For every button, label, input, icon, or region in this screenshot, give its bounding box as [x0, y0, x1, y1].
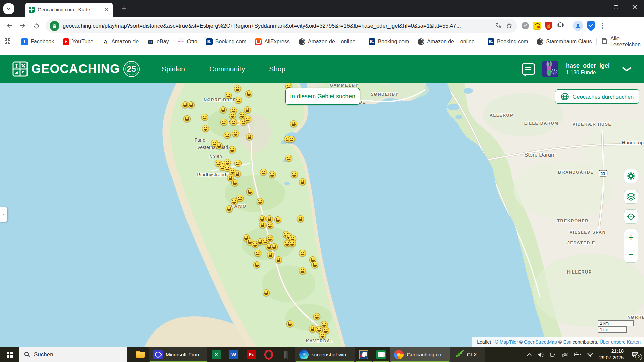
taskbar-app-clx[interactable]: CLX... [450, 347, 485, 362]
reload-button[interactable] [30, 19, 43, 33]
geocache-smiley-marker[interactable] [187, 101, 195, 108]
map-locate-button[interactable] [624, 209, 638, 224]
geocache-smiley-marker[interactable] [257, 198, 264, 205]
translate-icon[interactable] [495, 22, 502, 29]
account-chevron-icon[interactable] [622, 67, 631, 71]
geocache-smiley-marker[interactable] [260, 169, 267, 176]
yellow-extension-icon[interactable] [533, 22, 541, 30]
geocache-smiley-marker[interactable] [224, 132, 231, 139]
tray-chevron-up-icon[interactable] [527, 353, 532, 356]
geocache-smiley-marker[interactable] [201, 114, 208, 121]
back-button[interactable] [3, 19, 16, 33]
geocaching-logo[interactable]: GEOCACHING 25 [12, 61, 140, 77]
lock-icon[interactable] [50, 21, 59, 31]
map-settings-button[interactable] [624, 169, 638, 183]
geocache-smiley-marker[interactable] [313, 313, 320, 320]
geocache-smiley-marker[interactable] [290, 120, 297, 127]
url-bar[interactable]: geocaching.com/play/map?sort=distance&as… [46, 19, 517, 33]
tab-search-button[interactable] [3, 3, 14, 14]
geocache-smiley-marker[interactable] [230, 119, 237, 126]
browser-tab[interactable]: Geocaching.com - Karte ✕ [25, 3, 113, 17]
geocache-smiley-marker[interactable] [297, 215, 304, 222]
zoom-in-button[interactable]: + [624, 229, 638, 246]
adblock-shield-icon[interactable]: 🔓 [545, 22, 552, 30]
taskbar-app-frontpage[interactable]: Microsoft Fron... [149, 347, 207, 362]
geocache-smiley-marker[interactable] [274, 216, 281, 223]
geocache-smiley-marker[interactable] [183, 115, 191, 122]
onedrive-icon[interactable] [561, 352, 568, 357]
bookmark-item[interactable]: eBay [147, 38, 169, 45]
geocache-smiley-marker[interactable] [289, 240, 296, 247]
geocache-smiley-marker[interactable] [263, 289, 270, 296]
search-this-area-button[interactable]: In diesem Gebiet suchen [285, 88, 360, 105]
start-button[interactable] [0, 347, 19, 362]
geocache-smiley-marker[interactable] [202, 125, 209, 132]
apps-grid-icon[interactable] [5, 38, 10, 45]
geocache-smiley-marker[interactable] [299, 267, 306, 274]
bookmark-item[interactable]: B.Booking com [369, 38, 409, 45]
geocache-smiley-marker[interactable] [235, 97, 242, 104]
geocache-smiley-marker[interactable] [232, 130, 239, 137]
geocache-smiley-marker[interactable] [234, 170, 241, 177]
bookmark-item[interactable]: ottoOtto [178, 38, 197, 45]
geocache-smiley-marker[interactable] [231, 179, 238, 186]
taskbar-app-edge[interactable]: screenshot win... [295, 347, 355, 362]
extensions-puzzle-icon[interactable] [556, 22, 565, 30]
bookmark-item[interactable]: fFacebook [21, 38, 54, 45]
sidebar-expander[interactable]: › [0, 207, 7, 222]
new-tab-button[interactable]: + [120, 5, 128, 13]
geocache-smiley-marker[interactable] [220, 119, 227, 126]
bookmark-item[interactable]: YouTube [63, 38, 93, 45]
geocache-smiley-marker[interactable] [271, 243, 278, 250]
notification-center[interactable]: 2 [629, 350, 641, 360]
attribution-link[interactable]: OpenStreetMap [524, 339, 557, 345]
geocache-smiley-marker[interactable] [229, 112, 236, 119]
geocache-smiley-marker[interactable] [246, 133, 253, 140]
attribution-link[interactable]: MapTiler [500, 339, 518, 345]
geocache-smiley-marker[interactable] [226, 205, 233, 213]
attribution-link[interactable]: Über unsere Karten [600, 339, 641, 345]
geocache-smiley-marker[interactable] [216, 142, 223, 149]
close-button[interactable] [625, 0, 644, 14]
geocache-smiley-marker[interactable] [288, 136, 295, 143]
all-bookmarks-label[interactable]: Alle Lesezeichen [610, 36, 642, 48]
geocache-smiley-marker[interactable] [253, 261, 260, 268]
messages-icon[interactable] [522, 63, 535, 75]
geocache-smiley-marker[interactable] [275, 256, 282, 263]
meet-now-icon[interactable] [550, 352, 556, 357]
bookmark-item[interactable]: Amazon.de – online... [418, 38, 479, 45]
seal-check-icon[interactable] [522, 22, 529, 29]
geocache-smiley-marker[interactable] [266, 215, 273, 222]
profile-avatar[interactable] [573, 21, 583, 31]
geocache-smiley-marker[interactable] [229, 146, 236, 153]
geocache-smiley-marker[interactable] [266, 235, 273, 242]
taskbar-app-explorer[interactable] [131, 347, 149, 362]
geocache-smiley-marker[interactable] [231, 198, 238, 205]
geocache-smiley-marker[interactable] [244, 116, 251, 123]
browser-menu-icon[interactable] [599, 21, 606, 30]
geocache-smiley-marker[interactable] [319, 332, 326, 339]
nav-shop[interactable]: Shop [269, 65, 285, 73]
geocache-smiley-marker[interactable] [220, 106, 227, 113]
geocache-smiley-marker[interactable] [246, 188, 253, 195]
geocache-smiley-marker[interactable] [234, 85, 241, 92]
geocache-smiley-marker[interactable] [311, 261, 318, 268]
bookmark-item[interactable]: aAmazon.de [102, 38, 139, 45]
minimize-button[interactable] [588, 0, 606, 14]
taskbar-app-chrome[interactable]: Geocaching.co... [390, 347, 449, 362]
battery-icon[interactable] [574, 352, 581, 357]
all-bookmarks[interactable]: Alle Lesezeichen [594, 36, 642, 48]
bookmark-star-icon[interactable] [505, 22, 513, 29]
geocache-smiley-marker[interactable] [286, 320, 293, 327]
bookmark-item[interactable]: Stammbaum Claus [537, 38, 592, 45]
taskbar-search[interactable]: Suchen [19, 347, 127, 362]
geocache-smiley-marker[interactable] [267, 251, 274, 258]
browse-geocaches-button[interactable]: Geocaches durchsuchen [555, 89, 639, 104]
bookmark-item[interactable]: Amazon de – online... [299, 38, 360, 45]
forward-button[interactable] [16, 19, 30, 33]
geocache-smiley-marker[interactable] [254, 250, 261, 257]
user-avatar[interactable] [542, 61, 558, 77]
bookmark-item[interactable]: B.Booking.com [206, 38, 247, 45]
url-text[interactable]: geocaching.com/play/map?sort=distance&as… [63, 23, 491, 29]
taskbar-app-excel[interactable]: X [208, 347, 225, 362]
